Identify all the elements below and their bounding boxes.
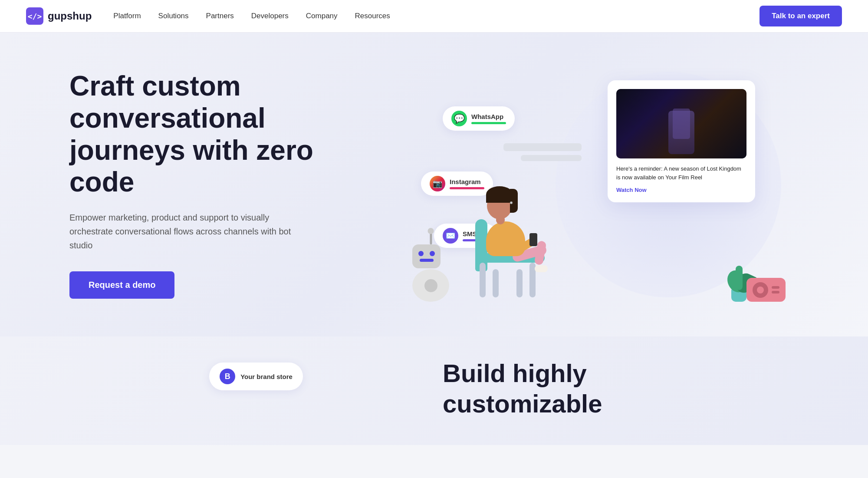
whatsapp-icon: 💬 bbox=[451, 111, 467, 126]
sidebar-item-partners[interactable]: Partners bbox=[206, 12, 234, 20]
sms-icon: ✉️ bbox=[443, 228, 458, 244]
brand-store-label: Your brand store bbox=[240, 373, 293, 380]
bottom-right: Build highly customizable bbox=[443, 354, 816, 419]
svg-text:</>: </> bbox=[28, 12, 42, 21]
nav-links: Platform Solutions Partners Developers C… bbox=[113, 12, 390, 20]
robot-antenna-ball bbox=[427, 228, 434, 234]
robot-eye-left bbox=[418, 251, 424, 256]
sidebar-item-platform[interactable]: Platform bbox=[113, 12, 141, 20]
gupshup-logo-icon: </> bbox=[26, 7, 43, 25]
bottom-title: Build highly customizable bbox=[443, 358, 703, 419]
plant-stem bbox=[736, 266, 743, 290]
person-phone bbox=[529, 233, 537, 246]
robot-mouth bbox=[420, 259, 434, 262]
brand-store-icon: B bbox=[220, 369, 235, 384]
notification-card: Here's a reminder: A new season of Lost … bbox=[608, 80, 755, 202]
person-ponytail bbox=[510, 189, 518, 213]
hero-subtitle: Empower marketing, product and support t… bbox=[69, 211, 295, 252]
radio-speaker bbox=[753, 282, 768, 298]
hero-title: Craft custom conversational journeys wit… bbox=[69, 70, 352, 198]
placeholder-box-1 bbox=[503, 143, 582, 151]
radio-btn-2 bbox=[772, 291, 779, 293]
sidebar-item-resources[interactable]: Resources bbox=[355, 12, 390, 20]
brand-store-pill: B Your brand store bbox=[209, 363, 303, 390]
hero-section: Craft custom conversational journeys wit… bbox=[0, 33, 868, 336]
whatsapp-bar bbox=[471, 122, 506, 124]
instagram-icon: 📷 bbox=[430, 176, 445, 191]
sidebar-item-company[interactable]: Company bbox=[306, 12, 338, 20]
whatsapp-pill-content: WhatsApp bbox=[471, 113, 506, 124]
sidebar-item-solutions[interactable]: Solutions bbox=[158, 12, 189, 20]
chair-leg-left bbox=[480, 263, 486, 297]
robot-illustration bbox=[412, 244, 449, 302]
bottom-left: B Your brand store bbox=[69, 354, 443, 390]
chair-leg-front-right bbox=[516, 269, 523, 297]
robot-antenna bbox=[430, 231, 432, 244]
robot-body-detail bbox=[424, 279, 437, 292]
robot-eyes bbox=[418, 251, 435, 256]
person-foot bbox=[535, 265, 548, 272]
card-image bbox=[616, 89, 746, 158]
whatsapp-channel-pill: 💬 WhatsApp bbox=[443, 106, 515, 131]
bottom-section: B Your brand store Build highly customiz… bbox=[0, 336, 868, 445]
request-demo-button[interactable]: Request a demo bbox=[69, 271, 174, 299]
placeholder-box-2 bbox=[521, 155, 582, 161]
plant-decoration bbox=[731, 290, 746, 302]
radio-decoration bbox=[746, 278, 786, 302]
robot-eye-right bbox=[430, 251, 435, 256]
character-illustration bbox=[469, 176, 564, 297]
navbar: </> gupshup Platform Solutions Partners … bbox=[0, 0, 868, 33]
chair-leg-front-left bbox=[493, 269, 499, 297]
logo[interactable]: </> gupshup bbox=[26, 7, 92, 25]
sidebar-item-developers[interactable]: Developers bbox=[251, 12, 289, 20]
radio-btn-1 bbox=[772, 286, 779, 289]
card-watch-now[interactable]: Watch Now bbox=[616, 187, 647, 193]
hero-left: Craft custom conversational journeys wit… bbox=[69, 70, 373, 298]
radio-speaker-center bbox=[757, 287, 764, 293]
plant-pot bbox=[731, 290, 746, 302]
card-title: Here's a reminder: A new season of Lost … bbox=[616, 165, 746, 181]
robot-body bbox=[412, 269, 449, 302]
person-earphone bbox=[510, 201, 513, 204]
logo-text: gupshup bbox=[48, 10, 92, 22]
radio-buttons bbox=[772, 286, 779, 293]
robot-head bbox=[412, 244, 441, 268]
hero-illustration: 💬 WhatsApp 📷 Instagram ✉️ SMS bbox=[373, 59, 816, 310]
whatsapp-label: WhatsApp bbox=[471, 113, 506, 120]
talk-to-expert-button[interactable]: Talk to an expert bbox=[760, 6, 842, 26]
person-hair bbox=[486, 186, 513, 203]
navbar-left: </> gupshup Platform Solutions Partners … bbox=[26, 7, 390, 25]
